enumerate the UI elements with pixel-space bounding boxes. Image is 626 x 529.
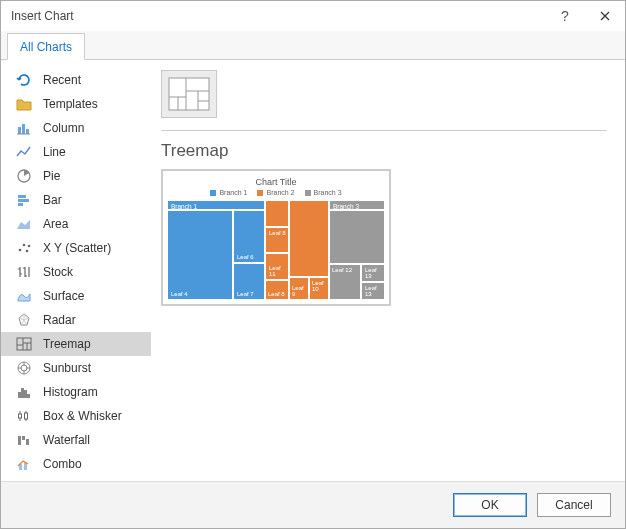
- svg-point-8: [23, 244, 26, 247]
- treemap-icon: [15, 335, 33, 353]
- chart-type-sidebar: Recent Templates Column Line Pie Bar: [1, 60, 151, 481]
- sidebar-item-combo[interactable]: Combo: [1, 452, 151, 476]
- pie-icon: [15, 167, 33, 185]
- chart-legend: Branch 1 Branch 2 Branch 3: [167, 189, 385, 196]
- cell-leaf7: Leaf 7: [233, 263, 265, 300]
- sidebar-item-label: Treemap: [43, 337, 91, 351]
- cell-leaf4: Leaf 4: [167, 210, 233, 300]
- column-icon: [15, 119, 33, 137]
- sidebar-item-label: Sunburst: [43, 361, 91, 375]
- tabstrip: All Charts: [1, 31, 625, 60]
- sidebar-item-templates[interactable]: Templates: [1, 92, 151, 116]
- cell-leaf13: Leaf 13: [361, 264, 385, 282]
- cell-leaf8b: Leaf 8: [265, 280, 289, 301]
- sidebar-item-pie[interactable]: Pie: [1, 164, 151, 188]
- sidebar-item-bar[interactable]: Bar: [1, 188, 151, 212]
- sidebar-item-sunburst[interactable]: Sunburst: [1, 356, 151, 380]
- dialog-body: Recent Templates Column Line Pie Bar: [1, 60, 625, 481]
- cell-leaf8: Leaf 8: [265, 227, 289, 254]
- templates-icon: [15, 95, 33, 113]
- legend-label-1: Branch 1: [219, 189, 247, 196]
- line-icon: [15, 143, 33, 161]
- sidebar-item-area[interactable]: Area: [1, 212, 151, 236]
- svg-rect-17: [27, 394, 30, 398]
- sidebar-item-box-whisker[interactable]: Box & Whisker: [1, 404, 151, 428]
- titlebar: Insert Chart ?: [1, 1, 625, 31]
- svg-rect-2: [26, 129, 29, 134]
- subtype-title: Treemap: [161, 141, 607, 161]
- sidebar-item-label: Bar: [43, 193, 62, 207]
- sidebar-item-recent[interactable]: Recent: [1, 68, 151, 92]
- sidebar-item-label: Area: [43, 217, 68, 231]
- cancel-button[interactable]: Cancel: [537, 493, 611, 517]
- sidebar-item-label: Surface: [43, 289, 84, 303]
- cell-branch1-header: Branch 1: [167, 200, 265, 210]
- insert-chart-dialog: Insert Chart ? All Charts Recent Templat…: [0, 0, 626, 529]
- sidebar-item-label: Pie: [43, 169, 60, 183]
- scatter-icon: [15, 239, 33, 257]
- recent-icon: [15, 71, 33, 89]
- help-button[interactable]: ?: [545, 1, 585, 31]
- chart-title: Chart Title: [167, 177, 385, 187]
- sidebar-item-label: Radar: [43, 313, 76, 327]
- svg-rect-5: [18, 199, 29, 202]
- sidebar-item-column[interactable]: Column: [1, 116, 151, 140]
- sidebar-item-waterfall[interactable]: Waterfall: [1, 428, 151, 452]
- legend-label-2: Branch 2: [266, 189, 294, 196]
- svg-rect-14: [18, 392, 21, 398]
- sidebar-item-line[interactable]: Line: [1, 140, 151, 164]
- dialog-footer: OK Cancel: [1, 481, 625, 528]
- treemap-thumb-icon: [168, 77, 210, 111]
- sidebar-item-surface[interactable]: Surface: [1, 284, 151, 308]
- sidebar-item-label: Box & Whisker: [43, 409, 122, 423]
- sidebar-item-label: Column: [43, 121, 84, 135]
- subtype-treemap-thumb[interactable]: [161, 70, 217, 118]
- box-whisker-icon: [15, 407, 33, 425]
- bar-icon: [15, 191, 33, 209]
- svg-rect-21: [22, 436, 25, 440]
- sidebar-item-label: X Y (Scatter): [43, 241, 111, 255]
- svg-rect-20: [18, 436, 21, 445]
- sidebar-item-label: Stock: [43, 265, 73, 279]
- svg-rect-4: [18, 195, 26, 198]
- svg-rect-0: [18, 127, 21, 134]
- svg-point-10: [28, 245, 31, 248]
- cell-leaf9: Leaf 11: [265, 253, 289, 280]
- legend-swatch-1: [210, 190, 216, 196]
- stock-icon: [15, 263, 33, 281]
- svg-point-7: [19, 249, 22, 252]
- svg-rect-22: [26, 439, 29, 445]
- cell-leaf12: Leaf 12: [329, 264, 361, 300]
- area-icon: [15, 215, 33, 233]
- sidebar-item-label: Line: [43, 145, 66, 159]
- combo-icon: [15, 455, 33, 473]
- close-button[interactable]: [585, 1, 625, 31]
- legend-swatch-2: [257, 190, 263, 196]
- sidebar-item-histogram[interactable]: Histogram: [1, 380, 151, 404]
- dialog-title: Insert Chart: [11, 9, 545, 23]
- cell-branch2-top: [265, 200, 289, 227]
- cell-branch3-big: [329, 210, 385, 264]
- treemap-body: Branch 1 Leaf 4 Leaf 6 Leaf 7: [167, 200, 385, 300]
- ok-button[interactable]: OK: [453, 493, 527, 517]
- svg-rect-15: [21, 388, 24, 398]
- svg-rect-16: [24, 390, 27, 398]
- sidebar-item-scatter[interactable]: X Y (Scatter): [1, 236, 151, 260]
- sunburst-icon: [15, 359, 33, 377]
- chart-preview[interactable]: Chart Title Branch 1 Branch 2 Branch 3 B…: [161, 169, 391, 306]
- sidebar-item-label: Combo: [43, 457, 82, 471]
- svg-rect-25: [169, 78, 209, 110]
- sidebar-item-radar[interactable]: Radar: [1, 308, 151, 332]
- legend-label-3: Branch 3: [314, 189, 342, 196]
- cell-leaf10: Leaf 10: [309, 277, 329, 301]
- cell-leaf6: Leaf 6: [233, 210, 265, 263]
- radar-icon: [15, 311, 33, 329]
- svg-rect-1: [22, 124, 25, 134]
- surface-icon: [15, 287, 33, 305]
- sidebar-item-stock[interactable]: Stock: [1, 260, 151, 284]
- sidebar-item-label: Histogram: [43, 385, 98, 399]
- tab-all-charts[interactable]: All Charts: [7, 33, 85, 60]
- sidebar-item-treemap[interactable]: Treemap: [1, 332, 151, 356]
- sidebar-item-label: Recent: [43, 73, 81, 87]
- subtype-thumbnails: [161, 70, 607, 131]
